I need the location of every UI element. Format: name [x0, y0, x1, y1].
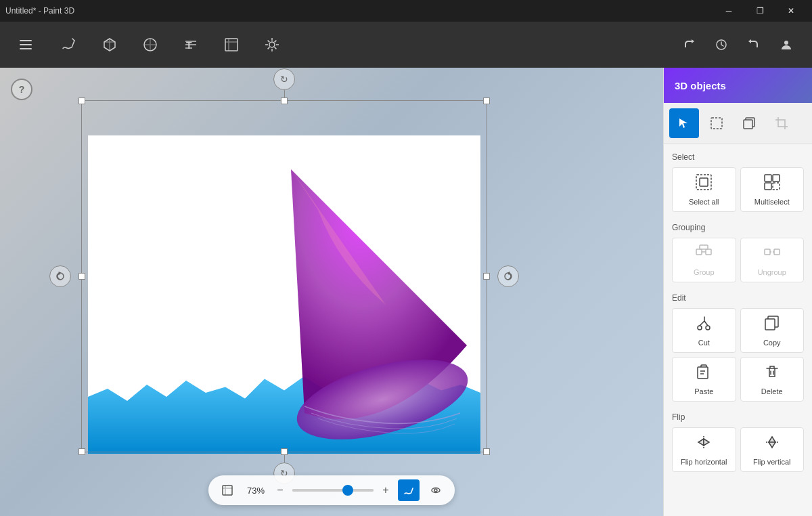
multiselect-button[interactable]: Multiselect [740, 167, 805, 212]
svg-rect-31 [698, 367, 708, 379]
edit-grid: Cut Copy [672, 308, 804, 402]
svg-rect-21 [765, 183, 771, 190]
canvas-tool[interactable] [214, 27, 249, 62]
multiselect-icon [763, 173, 781, 195]
brushes-tool[interactable] [51, 27, 87, 62]
multiselect-label: Multiselect [754, 198, 790, 206]
redo-button[interactable] [739, 30, 769, 60]
ungroup-label: Ungroup [758, 268, 786, 276]
panel-header: 3D objects [664, 68, 812, 103]
canvas-area[interactable]: ? [0, 68, 663, 516]
zoom-minus[interactable]: − [273, 484, 287, 496]
delete-label: Delete [761, 387, 783, 395]
select-all-label: Select all [689, 198, 719, 206]
flip-section-title: Flip [672, 412, 804, 422]
selection-handle-mr[interactable] [483, 273, 490, 280]
selection-handle-tl[interactable] [78, 98, 85, 104]
delete-button[interactable]: Delete [740, 357, 805, 402]
paste-icon [695, 363, 713, 385]
panel-crop-tool [767, 108, 796, 138]
cut-button[interactable]: Cut [672, 308, 736, 353]
zoom-plus[interactable]: + [379, 484, 392, 496]
copy-icon [763, 314, 781, 336]
svg-rect-5 [225, 39, 238, 51]
hamburger-menu[interactable] [11, 30, 41, 60]
selection-handle-bl[interactable] [78, 448, 85, 455]
grouping-section-title: Grouping [672, 223, 804, 232]
account-button[interactable] [771, 30, 801, 60]
3d-shapes-tool[interactable] [92, 27, 127, 62]
undo-button[interactable] [674, 30, 704, 60]
cone-3d [250, 156, 480, 447]
flip-horizontal-label: Flip horizontal [681, 458, 727, 466]
flip-grid: Flip horizontal Flip vertical [672, 427, 804, 472]
statusbar: 73% − + [208, 475, 455, 505]
zoom-thumb[interactable] [342, 485, 353, 496]
select-all-icon [695, 173, 713, 195]
svg-rect-22 [773, 183, 780, 190]
restore-button[interactable]: ❐ [744, 0, 775, 22]
flip-vertical-label: Flip vertical [753, 458, 791, 466]
panel-marquee-tool[interactable] [702, 108, 731, 138]
svg-point-10 [57, 273, 64, 280]
svg-rect-25 [700, 245, 708, 249]
window-controls: ─ ❐ ✕ [713, 0, 807, 22]
right-panel: 3D objects [663, 68, 812, 516]
effects-tool[interactable] [254, 27, 290, 62]
selection-handle-tr[interactable] [483, 98, 490, 104]
close-button[interactable]: ✕ [775, 0, 807, 22]
group-button: Group [672, 238, 736, 282]
rotate-handle-left[interactable] [49, 265, 71, 287]
svg-point-14 [434, 489, 437, 492]
view-mode-button[interactable] [425, 479, 447, 501]
panel-title: 3D objects [675, 80, 726, 91]
history-button[interactable] [706, 30, 736, 60]
svg-rect-17 [696, 175, 711, 190]
selection-handle-tc[interactable] [281, 98, 288, 104]
selection-handle-br[interactable] [483, 448, 490, 455]
svg-point-29 [706, 326, 710, 330]
flip-horizontal-button[interactable]: Flip horizontal [672, 427, 736, 472]
cut-icon [695, 314, 713, 336]
ungroup-button: Ungroup [740, 238, 805, 282]
canvas-content [88, 135, 480, 454]
selection-handle-ml[interactable] [78, 273, 85, 280]
svg-rect-15 [711, 118, 722, 129]
svg-point-8 [784, 41, 788, 45]
svg-rect-27 [774, 249, 780, 255]
flip-vertical-button[interactable]: Flip vertical [740, 427, 805, 472]
rotate-handle-top[interactable]: ↻ [273, 68, 295, 98]
grouping-grid: Group Ungroup [672, 238, 804, 282]
copy-label: Copy [763, 339, 781, 347]
svg-rect-30 [765, 319, 775, 330]
flip-vertical-icon [763, 433, 781, 455]
zoom-track [292, 489, 374, 492]
minimize-button[interactable]: ─ [713, 0, 744, 22]
delete-icon [763, 363, 781, 385]
paste-button[interactable]: Paste [672, 357, 736, 402]
panel-copy-select-tool[interactable] [734, 108, 764, 138]
svg-text:T: T [186, 40, 192, 51]
zoom-slider[interactable] [292, 489, 374, 492]
copy-button[interactable]: Copy [740, 308, 805, 353]
svg-rect-26 [765, 249, 770, 255]
panel-select-tool[interactable] [669, 108, 699, 138]
ungroup-icon [763, 244, 781, 265]
svg-rect-12 [223, 486, 232, 495]
brush-mode-button[interactable] [398, 479, 420, 501]
flip-horizontal-icon [695, 433, 713, 455]
select-grid: Select all Multiselect [672, 167, 804, 212]
titlebar: Untitled* - Paint 3D ─ ❐ ✕ [0, 0, 812, 22]
rotate-handle-right[interactable] [497, 265, 519, 287]
rotate-circle-top[interactable]: ↻ [273, 68, 295, 90]
select-all-button[interactable]: Select all [672, 167, 736, 212]
text-tool[interactable]: T [173, 27, 208, 62]
svg-rect-0 [20, 40, 32, 41]
main-content: ? [0, 68, 812, 516]
help-button[interactable]: ? [11, 79, 32, 100]
app-title: Untitled* - Paint 3D [5, 6, 74, 16]
group-icon [695, 244, 713, 265]
2d-shapes-tool[interactable] [133, 27, 168, 62]
canvas-size-button[interactable] [217, 479, 238, 501]
panel-content: Select Select all [664, 144, 812, 516]
